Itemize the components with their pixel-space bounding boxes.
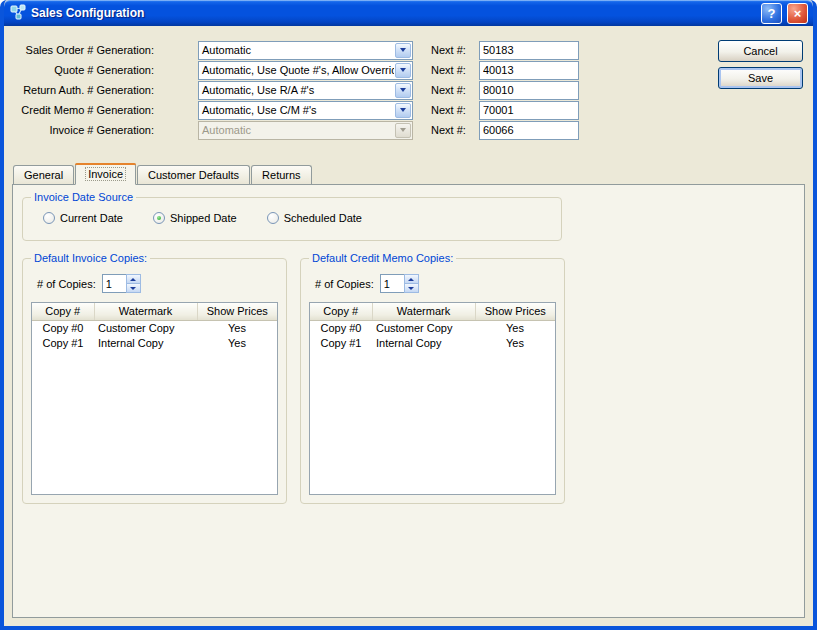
- cell-copy: Copy #1: [310, 335, 372, 350]
- quote-generation-combo[interactable]: Automatic, Use Quote #'s, Allow Override: [198, 61, 413, 80]
- invoice-next-input[interactable]: [479, 121, 579, 140]
- column-header-show-prices[interactable]: Show Prices: [475, 303, 555, 320]
- chevron-down-icon: [130, 287, 136, 290]
- close-button[interactable]: ×: [787, 3, 808, 24]
- credit-memo-generation-label: Credit Memo # Generation:: [12, 104, 154, 116]
- cell-show-prices: Yes: [197, 320, 277, 335]
- column-header-copy[interactable]: Copy #: [32, 303, 94, 320]
- cell-watermark: Customer Copy: [372, 320, 475, 335]
- action-buttons: Cancel Save: [718, 40, 803, 140]
- column-header-watermark[interactable]: Watermark: [372, 303, 475, 320]
- cancel-button[interactable]: Cancel: [718, 40, 803, 62]
- table-header-row: Copy # Watermark Show Prices: [32, 303, 277, 320]
- return-auth-next-input[interactable]: [479, 81, 579, 100]
- combo-dropdown-button[interactable]: [395, 63, 411, 78]
- help-button[interactable]: ?: [761, 3, 782, 24]
- tab-returns[interactable]: Returns: [251, 165, 312, 184]
- column-header-show-prices[interactable]: Show Prices: [197, 303, 277, 320]
- next-number-label: Next #:: [431, 44, 473, 56]
- app-icon: [10, 4, 26, 22]
- default-credit-memo-copies-group: Default Credit Memo Copies: # of Copies:: [300, 258, 565, 504]
- radio-current-date[interactable]: Current Date: [43, 212, 123, 224]
- table-row[interactable]: Copy #0 Customer Copy Yes: [32, 320, 277, 335]
- next-number-label: Next #:: [431, 84, 473, 96]
- quote-generation-label: Quote # Generation:: [12, 64, 154, 76]
- credit-memo-copies-count: # of Copies:: [315, 274, 556, 293]
- table-row[interactable]: Copy #1 Internal Copy Yes: [310, 335, 555, 350]
- tab-bar: General Invoice Customer Defaults Return…: [4, 162, 813, 184]
- chevron-down-icon: [400, 88, 406, 92]
- radio-icon: [267, 212, 279, 224]
- date-source-radios: Current Date Shipped Date Scheduled Date: [31, 210, 553, 224]
- stepper-up-button[interactable]: [404, 274, 419, 284]
- generation-settings-section: Sales Order # Generation: Automatic Next…: [4, 26, 813, 140]
- chevron-down-icon: [400, 68, 406, 72]
- cell-watermark: Internal Copy: [94, 335, 197, 350]
- credit-memo-copies-stepper[interactable]: [380, 274, 419, 293]
- radio-shipped-date[interactable]: Shipped Date: [153, 212, 237, 224]
- table-row[interactable]: Copy #1 Internal Copy Yes: [32, 335, 277, 350]
- tab-customer-defaults[interactable]: Customer Defaults: [137, 165, 250, 184]
- credit-memo-generation-combo[interactable]: Automatic, Use C/M #'s: [198, 101, 413, 120]
- invoice-copies-count: # of Copies:: [37, 274, 278, 293]
- stepper-up-button[interactable]: [126, 274, 141, 284]
- tab-label: Invoice: [86, 168, 125, 180]
- stepper-down-button[interactable]: [404, 284, 419, 293]
- column-header-copy[interactable]: Copy #: [310, 303, 372, 320]
- combo-dropdown-button[interactable]: [395, 43, 411, 58]
- return-auth-generation-combo[interactable]: Automatic, Use R/A #'s: [198, 81, 413, 100]
- radio-icon: [43, 212, 55, 224]
- return-auth-generation-row: Return Auth. # Generation: Automatic, Us…: [12, 80, 579, 100]
- chevron-up-icon: [130, 278, 136, 281]
- copies-count-label: # of Copies:: [37, 278, 96, 290]
- copies-section: Default Invoice Copies: # of Copies:: [22, 258, 795, 504]
- invoice-date-source-group: Invoice Date Source Current Date Shipped…: [22, 197, 562, 241]
- tab-general[interactable]: General: [13, 165, 74, 184]
- combo-dropdown-button[interactable]: [395, 103, 411, 118]
- copies-count-input[interactable]: [380, 274, 404, 293]
- window-title: Sales Configuration: [31, 6, 756, 20]
- tab-label: Returns: [262, 169, 301, 181]
- quote-next-input[interactable]: [479, 61, 579, 80]
- cell-watermark: Internal Copy: [372, 335, 475, 350]
- cell-copy: Copy #0: [32, 320, 94, 335]
- table-row[interactable]: Copy #0 Customer Copy Yes: [310, 320, 555, 335]
- titlebar[interactable]: Sales Configuration ? ×: [4, 0, 813, 26]
- return-auth-generation-label: Return Auth. # Generation:: [12, 84, 154, 96]
- sales-order-generation-combo[interactable]: Automatic: [198, 41, 413, 60]
- tab-label: General: [24, 169, 63, 181]
- next-number-label: Next #:: [431, 124, 473, 136]
- stepper-down-button[interactable]: [126, 284, 141, 293]
- combo-value: Automatic, Use C/M #'s: [199, 102, 394, 119]
- cell-copy: Copy #1: [32, 335, 94, 350]
- combo-value: Automatic, Use Quote #'s, Allow Override: [199, 62, 394, 79]
- cell-show-prices: Yes: [197, 335, 277, 350]
- group-title: Default Credit Memo Copies:: [309, 252, 456, 264]
- save-button[interactable]: Save: [718, 67, 803, 89]
- chevron-down-icon: [400, 48, 406, 52]
- cell-show-prices: Yes: [475, 320, 555, 335]
- radio-scheduled-date[interactable]: Scheduled Date: [267, 212, 362, 224]
- column-header-watermark[interactable]: Watermark: [94, 303, 197, 320]
- group-title: Default Invoice Copies:: [31, 252, 150, 264]
- generation-fields: Sales Order # Generation: Automatic Next…: [12, 40, 579, 140]
- close-icon: ×: [794, 7, 802, 20]
- copies-count-input[interactable]: [102, 274, 126, 293]
- invoice-copies-stepper[interactable]: [102, 274, 141, 293]
- combo-value: Automatic, Use R/A #'s: [199, 82, 394, 99]
- combo-value: Automatic: [199, 42, 394, 59]
- group-title: Invoice Date Source: [31, 191, 136, 203]
- tab-invoice[interactable]: Invoice: [75, 163, 136, 185]
- combo-dropdown-button[interactable]: [395, 83, 411, 98]
- credit-memo-generation-row: Credit Memo # Generation: Automatic, Use…: [12, 100, 579, 120]
- chevron-down-icon: [408, 287, 414, 290]
- default-invoice-copies-group: Default Invoice Copies: # of Copies:: [22, 258, 287, 504]
- sales-configuration-window: Sales Configuration ? × Sales Order # Ge…: [0, 0, 817, 630]
- table-header-row: Copy # Watermark Show Prices: [310, 303, 555, 320]
- cell-watermark: Customer Copy: [94, 320, 197, 335]
- chevron-up-icon: [408, 278, 414, 281]
- radio-label: Current Date: [60, 212, 123, 224]
- copies-count-label: # of Copies:: [315, 278, 374, 290]
- sales-order-next-input[interactable]: [479, 41, 579, 60]
- credit-memo-next-input[interactable]: [479, 101, 579, 120]
